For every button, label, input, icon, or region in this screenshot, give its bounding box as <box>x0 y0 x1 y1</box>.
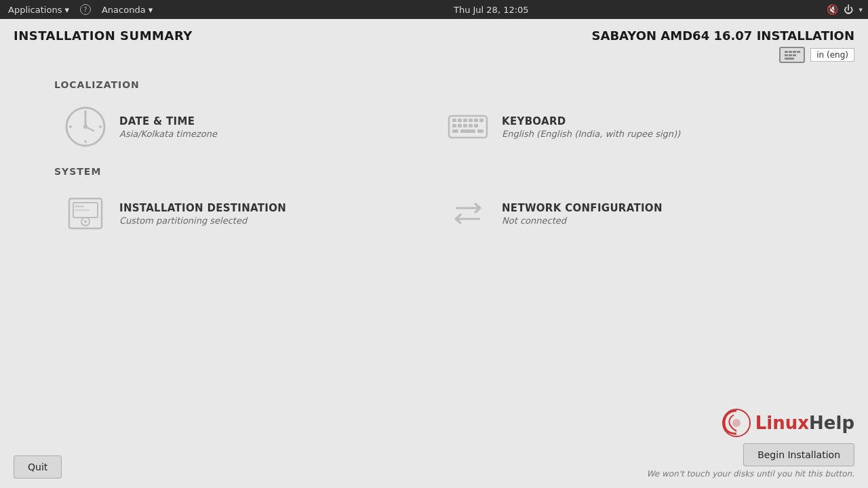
installation-destination-item[interactable]: INSTALLATION DESTINATION Custom partitio… <box>54 185 431 242</box>
date-time-item[interactable]: DATE & TIME Asia/Kolkata timezone <box>54 98 431 155</box>
svg-point-32 <box>732 419 741 427</box>
kbd-key <box>797 51 800 53</box>
svg-rect-12 <box>469 119 473 122</box>
svg-point-4 <box>84 110 87 113</box>
svg-point-26 <box>84 220 87 223</box>
svg-rect-21 <box>460 129 475 133</box>
system-section-label: SYSTEM <box>54 166 814 177</box>
power-icon[interactable]: ⏻ <box>844 4 853 15</box>
svg-rect-27 <box>75 205 84 207</box>
svg-rect-28 <box>75 209 90 211</box>
help-label: ? <box>83 6 87 14</box>
taskbar: Applications ▾ ? Anaconda ▾ Thu Jul 28, … <box>0 0 868 19</box>
network-icon <box>446 192 490 235</box>
anaconda-label: Anaconda <box>102 5 146 15</box>
anaconda-chevron: ▾ <box>149 5 153 15</box>
power-chevron: ▾ <box>859 5 863 14</box>
kbd-row-1 <box>785 51 800 53</box>
page-header: INSTALLATION SUMMARY SABAYON AMD64 16.07… <box>0 19 868 68</box>
keyboard-title: KEYBOARD <box>502 115 680 127</box>
svg-rect-20 <box>452 129 458 133</box>
svg-rect-11 <box>463 119 467 122</box>
svg-rect-14 <box>479 119 484 122</box>
date-time-text: DATE & TIME Asia/Kolkata timezone <box>119 115 217 139</box>
keyboard-item[interactable]: KEYBOARD English (English (India, with r… <box>437 98 814 155</box>
svg-rect-9 <box>452 119 456 122</box>
network-configuration-title: NETWORK CONFIGURATION <box>502 202 663 214</box>
linuxhelp-icon <box>722 408 751 438</box>
svg-rect-18 <box>469 124 473 127</box>
logo-linux-text: Linux <box>755 413 809 433</box>
applications-menu[interactable]: Applications ▾ <box>5 3 72 16</box>
svg-rect-16 <box>458 124 462 127</box>
footer-right: LinuxHelp Begin Installation We won't to… <box>647 408 854 479</box>
svg-rect-22 <box>477 129 484 133</box>
date-time-subtitle: Asia/Kolkata timezone <box>119 129 217 139</box>
sabayon-info: SABAYON AMD64 16.07 INSTALLATION <box>591 28 854 63</box>
system-grid: INSTALLATION DESTINATION Custom partitio… <box>54 185 814 242</box>
kbd-key <box>785 54 788 56</box>
kbd-row-2 <box>785 54 800 56</box>
network-configuration-subtitle: Not connected <box>502 216 663 226</box>
anaconda-menu[interactable]: Anaconda ▾ <box>99 3 155 16</box>
localization-section-label: LOCALIZATION <box>54 79 814 90</box>
footer-left: Quit <box>14 455 62 479</box>
linuxhelp-logo: LinuxHelp <box>722 408 854 438</box>
page-footer: Quit LinuxHelp Begin Installation We won… <box>0 401 868 488</box>
kbd-key <box>793 51 796 53</box>
applications-chevron: ▾ <box>64 5 69 15</box>
keyboard-text: KEYBOARD English (English (India, with r… <box>502 115 680 139</box>
datetime-display: Thu Jul 28, 12:05 <box>454 5 529 15</box>
help-button[interactable]: ? <box>80 4 91 15</box>
kbd-key <box>789 54 792 56</box>
quit-button[interactable]: Quit <box>14 455 62 479</box>
svg-line-3 <box>85 127 94 131</box>
keyboard-small-icon <box>779 47 805 63</box>
volume-icon[interactable]: 🔇 <box>827 4 838 15</box>
svg-point-6 <box>69 125 72 128</box>
clock-icon <box>64 105 107 148</box>
network-configuration-item[interactable]: NETWORK CONFIGURATION Not connected <box>437 185 814 242</box>
begin-installation-button[interactable]: Begin Installation <box>743 443 854 466</box>
keyboard-large-icon <box>446 105 490 148</box>
kbd-key <box>785 51 788 53</box>
svg-rect-10 <box>458 119 462 122</box>
keyboard-subtitle: English (English (India, with rupee sign… <box>502 129 680 139</box>
main-content: INSTALLATION SUMMARY SABAYON AMD64 16.07… <box>0 19 868 488</box>
svg-rect-15 <box>452 124 456 127</box>
svg-rect-13 <box>474 119 478 122</box>
taskbar-left: Applications ▾ ? Anaconda ▾ <box>5 3 155 16</box>
installation-destination-subtitle: Custom partitioning selected <box>119 216 286 226</box>
logo-help-text: Help <box>809 413 854 433</box>
applications-label: Applications <box>8 5 62 15</box>
sabayon-title: SABAYON AMD64 16.07 INSTALLATION <box>591 28 854 43</box>
sections-container: LOCALIZATION DATE <box>0 68 868 401</box>
installation-summary-title: INSTALLATION SUMMARY <box>14 28 193 43</box>
kbd-key <box>793 54 796 56</box>
svg-rect-17 <box>463 124 467 127</box>
kbd-key <box>785 58 794 60</box>
installation-destination-text: INSTALLATION DESTINATION Custom partitio… <box>119 202 286 226</box>
date-time-title: DATE & TIME <box>119 115 217 127</box>
localization-grid: DATE & TIME Asia/Kolkata timezone <box>54 98 814 155</box>
network-configuration-text: NETWORK CONFIGURATION Not connected <box>502 202 663 226</box>
taskbar-right: 🔇 ⏻ ▾ <box>827 4 863 15</box>
linuxhelp-text: LinuxHelp <box>755 413 854 433</box>
svg-point-7 <box>99 125 102 128</box>
keyboard-indicator: in (eng) <box>591 47 854 63</box>
svg-rect-19 <box>474 124 478 127</box>
kbd-rows <box>785 51 800 60</box>
taskbar-clock: Thu Jul 28, 12:05 <box>155 5 827 15</box>
footer-note: We won't touch your disks until you hit … <box>647 469 854 479</box>
svg-point-5 <box>84 140 87 143</box>
disk-icon <box>64 192 107 235</box>
kbd-row-3 <box>785 58 800 60</box>
installation-destination-title: INSTALLATION DESTINATION <box>119 202 286 214</box>
kbd-key <box>789 51 792 53</box>
lang-display: in (eng) <box>810 48 854 62</box>
